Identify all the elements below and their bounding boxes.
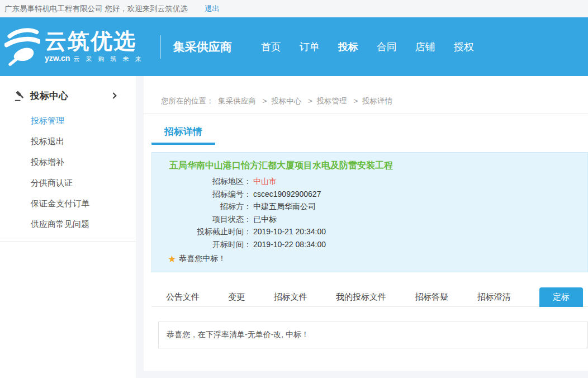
sidebar-menu: 投标管理 投标退出 投标增补 分供商认证 保证金支付订单 供应商常见问题 (0, 110, 136, 234)
field-label: 项目状态： (152, 213, 252, 226)
portal-title: 集采供应商 (173, 39, 232, 55)
tab-changes[interactable]: 变更 (228, 292, 245, 303)
sidebar-section-bid-center[interactable]: 投标中心 (0, 76, 136, 102)
tender-info-box: 五局华南中山港口怡方汇都大厦项目水电及防雷安装工程 招标地区： 中山市 招标编号… (151, 152, 588, 272)
sidebar-item-bid-withdrawal[interactable]: 投标退出 (0, 131, 136, 152)
nav-store[interactable]: 店铺 (415, 40, 435, 54)
field-row-tenderer: 招标方： 中建五局华南公司 (152, 200, 587, 213)
main-column: 您所在的位置： 集采供应商 > 投标中心 > 投标管理 > 投标详情 招标详情 … (144, 76, 588, 378)
nav-home[interactable]: 首页 (261, 40, 281, 54)
nav-orders[interactable]: 订单 (300, 40, 320, 54)
brand-slogan: 云 采 购 筑 未 来 (73, 55, 143, 63)
breadcrumb-separator: > (353, 97, 358, 105)
field-label: 招标地区： (152, 175, 252, 188)
brand-logo[interactable]: 云筑优选 yzw.cn 云 采 购 筑 未 来 (4, 27, 144, 67)
project-fields: 招标地区： 中山市 招标编号： cscec19092900627 招标方： 中建… (152, 175, 587, 251)
tab-announcement-files[interactable]: 公告文件 (166, 292, 200, 303)
top-utility-bar: 广东易事特机电工程有限公司 您好，欢迎来到云筑优选 退出 (0, 0, 588, 17)
field-label: 招标方： (152, 200, 252, 213)
site-header: 云筑优选 yzw.cn 云 采 购 筑 未 来 集采供应商 首页 订单 投标 合… (0, 17, 588, 76)
brand-tagline: yzw.cn 云 采 购 筑 未 来 (45, 54, 144, 63)
field-row-project-status: 项目状态： 已中标 (152, 213, 587, 226)
gavel-icon (14, 91, 25, 102)
tab-tender-clarification[interactable]: 招标澄清 (477, 292, 511, 303)
sidebar-item-bid-management[interactable]: 投标管理 (0, 110, 136, 131)
breadcrumb: 您所在的位置： 集采供应商 > 投标中心 > 投标管理 > 投标详情 (144, 76, 588, 114)
page-body: 投标中心 投标管理 投标退出 投标增补 分供商认证 保证金支付订单 供应商常见问… (0, 76, 588, 378)
field-value-bid-deadline: 2019-10-21 20:34:00 (253, 225, 326, 238)
field-row-bid-deadline: 投标截止时间： 2019-10-21 20:34:00 (152, 225, 587, 238)
field-label: 开标时间： (152, 238, 252, 251)
sidebar: 投标中心 投标管理 投标退出 投标增补 分供商认证 保证金支付订单 供应商常见问… (0, 76, 136, 378)
congrats-row: ★ 恭喜您中标！ (168, 254, 587, 264)
breadcrumb-bid-center[interactable]: 投标中心 (271, 97, 301, 105)
main-panel: 您所在的位置： 集采供应商 > 投标中心 > 投标管理 > 投标详情 招标详情 … (144, 76, 588, 371)
star-icon: ★ (168, 254, 176, 264)
cloud-logo-icon (4, 27, 40, 67)
logout-link[interactable]: 退出 (205, 4, 220, 14)
tab-tender-details[interactable]: 招标详情 (151, 125, 215, 145)
tab-tender-qa[interactable]: 招标答疑 (415, 292, 448, 303)
breadcrumb-separator: > (308, 97, 312, 105)
award-message: 恭喜您，在下浮率清单-无单价-改, 中标！ (167, 330, 309, 340)
tab-award[interactable]: 定标 (539, 287, 583, 307)
field-value-project-status: 已中标 (253, 213, 277, 226)
brand-domain: yzw.cn (45, 54, 70, 63)
sidebar-item-bid-supplement[interactable]: 投标增补 (0, 152, 136, 172)
field-label: 招标编号： (152, 188, 252, 201)
brand-name: 云筑优选 (45, 30, 144, 53)
breadcrumb-prefix: 您所在的位置： (161, 97, 214, 105)
detail-tabs: 公告文件 变更 招标文件 我的投标文件 招标答疑 招标澄清 定标 (151, 287, 588, 307)
sidebar-item-deposit-payment-orders[interactable]: 保证金支付订单 (0, 193, 136, 214)
nav-bidding[interactable]: 投标 (338, 40, 358, 54)
chevron-right-icon[interactable] (110, 92, 116, 98)
header-divider (160, 35, 161, 59)
field-label: 投标截止时间： (152, 225, 252, 238)
tab-my-bid-files[interactable]: 我的投标文件 (336, 292, 386, 303)
breadcrumb-current: 投标详情 (362, 97, 392, 105)
breadcrumb-supplier-portal[interactable]: 集采供应商 (218, 97, 256, 105)
brand-text: 云筑优选 yzw.cn 云 采 购 筑 未 来 (45, 30, 144, 64)
sidebar-section-title: 投标中心 (30, 89, 68, 102)
user-greeting: 广东易事特机电工程有限公司 您好，欢迎来到云筑优选 (4, 4, 188, 14)
field-row-tender-number: 招标编号： cscec19092900627 (152, 188, 587, 201)
award-message-box: 恭喜您，在下浮率清单-无单价-改, 中标！ (158, 322, 588, 348)
tab-tender-files[interactable]: 招标文件 (274, 292, 307, 303)
nav-authorization[interactable]: 授权 (454, 40, 474, 54)
field-row-bid-opening-time: 开标时间： 2019-10-22 08:34:00 (152, 238, 587, 251)
project-title: 五局华南中山港口怡方汇都大厦项目水电及防雷安装工程 (169, 159, 587, 172)
breadcrumb-bid-management[interactable]: 投标管理 (317, 97, 347, 105)
sidebar-item-supplier-certification[interactable]: 分供商认证 (0, 172, 136, 193)
field-value-tenderer: 中建五局华南公司 (253, 200, 316, 213)
sidebar-item-supplier-faq[interactable]: 供应商常见问题 (0, 214, 136, 234)
field-value-tender-number: cscec19092900627 (253, 188, 321, 201)
field-value-bid-opening-time: 2019-10-22 08:34:00 (253, 238, 326, 251)
sidebar-divider (0, 241, 136, 242)
nav-contracts[interactable]: 合同 (377, 40, 397, 54)
field-row-region: 招标地区： 中山市 (152, 175, 587, 188)
congrats-text: 恭喜您中标！ (179, 254, 226, 264)
breadcrumb-separator: > (263, 97, 267, 105)
main-nav: 首页 订单 投标 合同 店铺 授权 (261, 40, 492, 54)
field-value-region: 中山市 (253, 175, 277, 188)
